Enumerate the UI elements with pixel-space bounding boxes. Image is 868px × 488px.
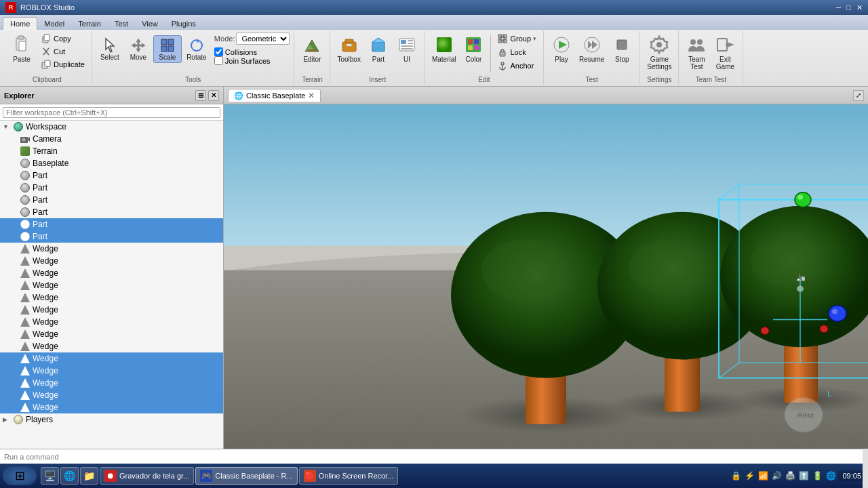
tab-view[interactable]: View <box>135 18 165 30</box>
explorer-title: Explorer <box>4 92 35 100</box>
roblox-taskbar-btn[interactable]: 🎮 Classic Baseplate - R... <box>195 467 297 485</box>
game-settings-button[interactable]: GameSettings <box>644 33 674 72</box>
anchor-button[interactable]: Anchor <box>494 60 539 72</box>
svg-point-93 <box>795 192 811 207</box>
explorer-dock-button[interactable]: ⊞ <box>195 90 206 101</box>
start-button[interactable]: ⊞ <box>3 466 37 485</box>
ie-button[interactable]: 🌐 <box>60 467 79 485</box>
systray-icon8[interactable]: 🌐 <box>825 470 837 482</box>
tree-item-wedge10-selected[interactable]: Wedge <box>0 352 223 365</box>
lock-button[interactable]: Lock <box>494 46 539 58</box>
systray-icon6[interactable]: ⬆️ <box>797 470 810 482</box>
material-button[interactable]: Material <box>429 33 459 64</box>
tree-item-wedge8[interactable]: Wedge <box>0 328 223 340</box>
tree-item-wedge14-selected[interactable]: Wedge <box>0 401 223 413</box>
tree-item-wedge2[interactable]: Wedge <box>0 255 223 267</box>
systray-icon7[interactable]: 🔋 <box>811 470 823 482</box>
mode-dropdown[interactable]: Geometric Physics <box>236 33 290 45</box>
tab-home[interactable]: Home <box>3 17 37 30</box>
svg-rect-2 <box>19 41 26 51</box>
tree-item-wedge6[interactable]: Wedge <box>0 304 223 316</box>
command-input[interactable] <box>4 453 864 461</box>
wedge-icon <box>19 390 31 401</box>
collisions-checkbox[interactable]: Collisions <box>214 47 290 56</box>
tree-item-wedge3[interactable]: Wedge <box>0 267 223 279</box>
ribbon-group-team-test: TeamTest ExitGame Team Test <box>679 31 743 85</box>
tree-item-part2[interactable]: Part <box>0 182 223 194</box>
tree-item-camera[interactable]: Camera <box>0 133 223 145</box>
tab-plugins[interactable]: Plugins <box>165 18 203 30</box>
tree-item-part5-selected[interactable]: Part <box>0 218 223 230</box>
systray-icon4[interactable]: 🔊 <box>770 470 783 482</box>
group-button[interactable]: Group ▾ <box>494 33 539 45</box>
tree-item-wedge1[interactable]: Wedge <box>0 243 223 255</box>
tree-item-wedge4[interactable]: Wedge <box>0 279 223 291</box>
part-button[interactable]: Part <box>365 33 392 64</box>
viewport[interactable]: 🌐 Classic Baseplate ✕ ⤢ <box>224 87 868 449</box>
paste-button[interactable]: Paste <box>7 33 37 64</box>
tree-item-workspace[interactable]: ▼ Workspace <box>0 121 223 133</box>
team-test-button[interactable]: TeamTest <box>683 33 710 72</box>
tree-item-wedge7[interactable]: Wedge <box>0 316 223 328</box>
clipboard-small-btns: Copy Cut Duplicate <box>38 33 87 70</box>
join-surfaces-checkbox[interactable]: Join Surfaces <box>214 56 290 65</box>
move-button[interactable]: Move <box>125 36 152 62</box>
tree-item-wedge11-selected[interactable]: Wedge <box>0 365 223 377</box>
part-icon <box>19 195 31 205</box>
terrain-editor-button[interactable]: Editor <box>298 33 326 64</box>
viewport-tab-close[interactable]: ✕ <box>308 91 315 100</box>
tree-item-part6-selected[interactable]: Part <box>0 230 223 243</box>
svg-rect-28 <box>437 37 452 52</box>
tab-model[interactable]: Model <box>37 18 71 30</box>
players-icon <box>12 414 24 425</box>
viewport-tab-item[interactable]: 🌐 Classic Baseplate ✕ <box>228 89 321 102</box>
viewport-3d[interactable]: L RtHd <box>224 104 868 449</box>
color-button[interactable]: Color <box>460 33 487 64</box>
rotate-button[interactable]: Rotate <box>183 36 210 62</box>
viewport-expand-button[interactable]: ⤢ <box>853 90 864 101</box>
copy-icon <box>41 33 52 44</box>
resume-button[interactable]: Resume <box>576 33 607 64</box>
ui-button[interactable]: UI <box>393 33 420 64</box>
select-button[interactable]: Select <box>96 36 123 62</box>
toolbox-button[interactable]: Toolbox <box>334 33 363 64</box>
tree-item-part4[interactable]: Part <box>0 206 223 218</box>
insert-group-label: Insert <box>369 76 386 83</box>
systray-icon2[interactable]: ⚡ <box>743 470 755 482</box>
exit-icon <box>714 34 736 56</box>
play-button[interactable]: Play <box>548 33 575 64</box>
app-logo: R <box>5 2 16 13</box>
show-desktop-button[interactable]: 🖥️ <box>41 467 59 485</box>
tree-item-wedge12-selected[interactable]: Wedge <box>0 377 223 389</box>
tree-item-wedge5[interactable]: Wedge <box>0 291 223 304</box>
scale-button[interactable]: Scale <box>153 35 182 63</box>
copy-button[interactable]: Copy <box>38 33 87 45</box>
folder-button[interactable]: 📁 <box>80 467 98 485</box>
tree-item-baseplate[interactable]: Baseplate <box>0 157 223 169</box>
duplicate-button[interactable]: Duplicate <box>38 58 87 70</box>
tree-item-players[interactable]: ▶ Players <box>0 413 223 426</box>
close-btn[interactable]: ✕ <box>856 3 863 12</box>
screen-recorder-taskbar-btn[interactable]: 🔴 Online Screen Recor... <box>299 467 399 485</box>
systray-icon1[interactable]: 🔒 <box>730 470 742 482</box>
tree-item-wedge13-selected[interactable]: Wedge <box>0 389 223 401</box>
explorer-close-button[interactable]: ✕ <box>208 90 219 101</box>
system-clock[interactable]: 09:05 <box>838 470 865 481</box>
systray-icon5[interactable]: 🖨️ <box>784 470 796 482</box>
cut-button[interactable]: Cut <box>38 45 87 58</box>
explorer-tree[interactable]: ▼ Workspace Camera Terrain <box>0 121 223 449</box>
exit-game-button[interactable]: ExitGame <box>711 33 738 72</box>
minimize-btn[interactable]: ─ <box>836 3 842 12</box>
svg-point-94 <box>797 195 803 199</box>
tree-item-terrain[interactable]: Terrain <box>0 145 223 157</box>
maximize-btn[interactable]: □ <box>846 3 851 12</box>
explorer-filter-input[interactable] <box>3 107 220 118</box>
tree-item-part3[interactable]: Part <box>0 194 223 206</box>
tab-terrain[interactable]: Terrain <box>71 18 108 30</box>
tree-item-wedge9[interactable]: Wedge <box>0 340 223 352</box>
gravador-taskbar-btn[interactable]: ⏺ Gravador de tela gr... <box>100 467 194 485</box>
tree-item-part1[interactable]: Part <box>0 169 223 182</box>
tab-test[interactable]: Test <box>108 18 135 30</box>
systray-icon3[interactable]: 📶 <box>757 470 769 482</box>
stop-button[interactable]: Stop <box>608 33 635 64</box>
